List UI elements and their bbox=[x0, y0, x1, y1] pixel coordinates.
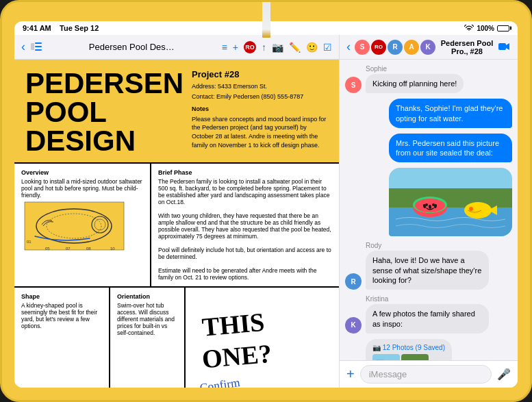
notes-back-button[interactable]: ‹ bbox=[21, 40, 25, 54]
pool-image-bubble[interactable] bbox=[389, 168, 512, 236]
doc-middle-section: Overview Looking to install a mid-sized … bbox=[14, 162, 339, 286]
pool-watermelon-image bbox=[389, 168, 512, 236]
messages-back-button[interactable]: ‹ bbox=[346, 40, 351, 54]
notes-body: PEDERSEN POOL DESIGN Project #28 Address… bbox=[14, 60, 339, 388]
doc-bottom-section: Shape A kidney-shaped pool is seemingly … bbox=[14, 286, 339, 388]
doc-project-info: Project #28 Address: 5433 Emerson St. Co… bbox=[192, 69, 328, 155]
message-row-6: K A few photos the family shared as insp… bbox=[345, 304, 512, 334]
project-number: Project #28 bbox=[192, 69, 328, 79]
project-address: Address: 5433 Emerson St. bbox=[192, 82, 328, 91]
notes-toolbar-icons: ≡ + RO ↑ 📷 ✏️ 🙂 ☑ bbox=[222, 41, 332, 53]
messages-panel: ‹ S RO R A K Pedersen Pool Pro., #28 bbox=[340, 35, 518, 388]
shape-title: Shape bbox=[21, 293, 102, 300]
notes-sidebar-icon[interactable] bbox=[31, 42, 42, 53]
title-line1: PEDERSEN bbox=[25, 69, 183, 98]
svg-rect-37 bbox=[401, 354, 429, 360]
svg-rect-18 bbox=[498, 43, 506, 50]
message-row-1: S Kicking off planning here! bbox=[345, 74, 512, 93]
status-time-date: 9:41 AM Tue Sep 12 bbox=[23, 24, 99, 32]
doc-brief: Brief Phase The Pedersen family is looki… bbox=[151, 164, 339, 286]
avatar-rody: R bbox=[388, 40, 403, 55]
notes-title: Pedersen Pool Des… bbox=[47, 42, 216, 52]
message-bubble-2[interactable]: Thanks, Sophie! I'm glad they're opting … bbox=[389, 99, 512, 128]
message-bubble-1[interactable]: Kicking off planning here! bbox=[366, 74, 464, 93]
doc-main-title: PEDERSEN POOL DESIGN bbox=[25, 69, 183, 155]
doc-orientation: Orientation Swim-over hot tub access. Wi… bbox=[110, 288, 186, 388]
message-sender-kristina: Kristina K A few photos the family share… bbox=[345, 295, 512, 334]
messages-list[interactable]: Sophie S Kicking off planning here! Than… bbox=[340, 60, 518, 360]
orientation-title: Orientation bbox=[117, 293, 177, 300]
project-contact: Contact: Emily Pedersen (850) 555-8787 bbox=[192, 92, 328, 101]
rody-avatar: R bbox=[345, 273, 362, 290]
svg-rect-3 bbox=[35, 49, 42, 51]
overview-text: Looking to install a mid-sized outdoor s… bbox=[21, 178, 143, 199]
message-bubble-6[interactable]: A few photos the family shared as inspo: bbox=[366, 304, 489, 334]
svg-point-32 bbox=[469, 207, 473, 211]
photos-bubble[interactable]: 📷 12 Photos (9 Saved) bbox=[366, 339, 452, 360]
svg-text:ONE?: ONE? bbox=[201, 339, 273, 374]
svg-point-30 bbox=[432, 203, 435, 206]
brief-text: The Pedersen family is looking to instal… bbox=[158, 178, 332, 281]
message-row-image bbox=[345, 168, 512, 236]
avatar-kristina: K bbox=[420, 40, 435, 55]
notes-list-icon[interactable]: ≡ bbox=[222, 42, 227, 53]
ipad-screen: 9:41 AM Tue Sep 12 100% bbox=[14, 21, 518, 388]
svg-text:08: 08 bbox=[86, 247, 91, 251]
message-row-2: Thanks, Sophie! I'm glad they're opting … bbox=[345, 99, 512, 128]
avatar-extra1: A bbox=[404, 40, 419, 55]
notes-add-icon[interactable]: + bbox=[233, 42, 238, 53]
avatar-ro: RO bbox=[371, 40, 386, 55]
doc-overview: Overview Looking to install a mid-sized … bbox=[14, 164, 151, 286]
notes-section-label: Notes bbox=[192, 105, 328, 114]
messages-placeholder: iMessage bbox=[369, 369, 407, 379]
message-row-3: Mrs. Pedersen said this picture from our… bbox=[345, 134, 512, 163]
messages-group-title: Pedersen Pool Pro., #28 bbox=[440, 39, 494, 55]
shape-text: A kidney-shaped pool is seemingly the be… bbox=[21, 302, 102, 329]
facetime-icon[interactable] bbox=[498, 41, 511, 53]
photo-thumb-2 bbox=[401, 354, 429, 360]
svg-rect-1 bbox=[35, 42, 42, 44]
messages-avatars: S RO R A K bbox=[355, 40, 435, 55]
photos-count: 12 Photos bbox=[383, 344, 414, 351]
svg-text:05: 05 bbox=[45, 247, 50, 251]
status-indicators: 100% bbox=[464, 25, 509, 32]
notes-panel: ‹ Pedersen Pool Des… ≡ + RO ↑ 📷 ✏️ 🙂 ☑ bbox=[14, 35, 340, 388]
ipad-device: 9:41 AM Tue Sep 12 100% bbox=[0, 0, 532, 402]
pool-sketch-svg: 01 05 07 08 10 bbox=[21, 199, 127, 253]
notes-pencil-icon[interactable]: ✏️ bbox=[289, 42, 301, 53]
apple-pencil bbox=[262, 0, 270, 38]
messages-add-button[interactable]: + bbox=[346, 366, 355, 382]
photos-count-label[interactable]: 📷 12 Photos (9 Saved) bbox=[372, 344, 445, 351]
notes-section-text: Please share concepts and mood board ins… bbox=[192, 115, 328, 149]
messages-toolbar: ‹ S RO R A K Pedersen Pool Pro., #28 bbox=[340, 35, 518, 60]
svg-text:01: 01 bbox=[27, 240, 31, 244]
message-bubble-5[interactable]: Haha, love it! Do we have a sense of wha… bbox=[366, 251, 489, 290]
orientation-text: Swim-over hot tub access. Will discuss d… bbox=[117, 302, 177, 336]
messages-input-bar: + iMessage 🎤 bbox=[340, 360, 518, 388]
notes-emoji-icon[interactable]: 🙂 bbox=[306, 42, 318, 53]
doc-handwriting: THIS ONE? Confirm in two weeks! bbox=[186, 288, 339, 388]
notes-share-icon[interactable]: ↑ bbox=[262, 42, 266, 53]
notes-collab-icon[interactable]: RO bbox=[244, 41, 256, 53]
photo-thumb-1 bbox=[372, 354, 400, 360]
handwriting-svg: THIS ONE? Confirm in two weeks! bbox=[191, 293, 333, 388]
messages-input[interactable]: iMessage bbox=[360, 365, 492, 384]
message-sender-sophie: Sophie S Kicking off planning here! bbox=[345, 65, 512, 93]
title-line2: POOL bbox=[25, 98, 183, 127]
status-date: Tue Sep 12 bbox=[60, 24, 99, 32]
svg-rect-33 bbox=[372, 354, 400, 360]
svg-text:THIS: THIS bbox=[201, 307, 265, 342]
notes-camera-icon[interactable]: 📷 bbox=[272, 42, 283, 53]
photo-2-svg bbox=[401, 354, 429, 360]
svg-text:Confirm: Confirm bbox=[199, 376, 241, 388]
message-row-photos: 📷 12 Photos (9 Saved) bbox=[345, 339, 512, 360]
doc-header: PEDERSEN POOL DESIGN Project #28 Address… bbox=[14, 60, 339, 162]
title-line3: DESIGN bbox=[25, 127, 183, 155]
svg-text:10: 10 bbox=[110, 247, 115, 251]
messages-mic-button[interactable]: 🎤 bbox=[497, 368, 511, 381]
doc-title-area: PEDERSEN POOL DESIGN bbox=[25, 69, 183, 155]
notes-toolbar: ‹ Pedersen Pool Des… ≡ + RO ↑ 📷 ✏️ 🙂 ☑ bbox=[14, 35, 339, 60]
svg-text:07: 07 bbox=[66, 247, 71, 251]
notes-checklist-icon[interactable]: ☑ bbox=[323, 42, 332, 53]
message-bubble-3[interactable]: Mrs. Pedersen said this picture from our… bbox=[389, 134, 512, 163]
